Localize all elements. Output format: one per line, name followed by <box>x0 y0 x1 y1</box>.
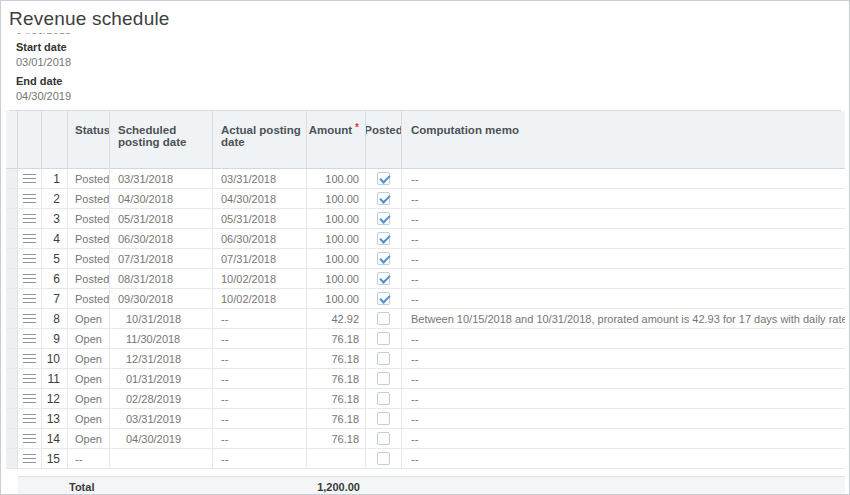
drag-grip-icon <box>23 314 36 323</box>
drag-grip-icon <box>23 234 36 243</box>
drag-handle[interactable] <box>18 409 42 428</box>
status-cell: Open <box>68 329 110 348</box>
status-cell: -- <box>68 449 110 468</box>
scheduled-date-cell[interactable]: 03/31/2019 <box>110 409 213 428</box>
table-row: 1 Posted 03/31/2018 03/31/2018 100.00 -- <box>6 169 845 189</box>
amount-cell[interactable]: 100.00 <box>307 289 366 308</box>
drag-grip-icon <box>23 334 36 343</box>
table-row: 9 Open 11/30/2018 -- 76.18 -- <box>6 329 845 349</box>
table-row: 3 Posted 05/31/2018 05/31/2018 100.00 -- <box>6 209 845 229</box>
drag-handle[interactable] <box>18 309 42 328</box>
row-number: 7 <box>42 289 68 308</box>
posted-cell <box>366 289 402 308</box>
drag-handle[interactable] <box>18 349 42 368</box>
amount-cell[interactable] <box>307 449 366 468</box>
scheduled-date-cell[interactable]: 09/30/2018 <box>110 289 213 308</box>
drag-handle[interactable] <box>18 269 42 288</box>
amount-cell[interactable]: 42.92 <box>307 309 366 328</box>
table-row: 2 Posted 04/30/2018 04/30/2018 100.00 -- <box>6 189 845 209</box>
posted-checkbox[interactable] <box>377 172 390 185</box>
drag-handle[interactable] <box>18 189 42 208</box>
computation-memo-cell: -- <box>402 389 845 408</box>
amount-cell[interactable]: 100.00 <box>307 229 366 248</box>
table-row: 14 Open 04/30/2019 -- 76.18 -- <box>6 429 845 449</box>
actual-date-cell: 06/30/2018 <box>213 229 307 248</box>
amount-cell[interactable]: 100.00 <box>307 209 366 228</box>
amount-cell[interactable]: 76.18 <box>307 409 366 428</box>
scheduled-date-cell[interactable]: 07/31/2018 <box>110 249 213 268</box>
posted-checkbox[interactable] <box>377 392 390 405</box>
start-date-label: Start date <box>16 41 841 53</box>
drag-handle[interactable] <box>18 429 42 448</box>
table-row: 6 Posted 08/31/2018 10/02/2018 100.00 -- <box>6 269 845 289</box>
posted-checkbox[interactable] <box>377 272 390 285</box>
posted-checkbox[interactable] <box>377 352 390 365</box>
end-date-label: End date <box>16 75 841 87</box>
table-row: 5 Posted 07/31/2018 07/31/2018 100.00 -- <box>6 249 845 269</box>
drag-handle[interactable] <box>18 249 42 268</box>
page-title: Revenue schedule <box>9 7 841 31</box>
amount-cell[interactable]: 100.00 <box>307 169 366 188</box>
drag-handle[interactable] <box>18 329 42 348</box>
drag-grip-icon <box>23 274 36 283</box>
drag-grip-icon <box>23 354 36 363</box>
amount-cell[interactable]: 76.18 <box>307 389 366 408</box>
drag-grip-icon <box>23 214 36 223</box>
scheduled-date-cell[interactable]: 11/30/2018 <box>110 329 213 348</box>
scheduled-date-cell[interactable]: 08/31/2018 <box>110 269 213 288</box>
scheduled-date-cell[interactable]: 01/31/2019 <box>110 369 213 388</box>
posted-checkbox[interactable] <box>377 252 390 265</box>
posted-checkbox[interactable] <box>377 432 390 445</box>
amount-cell[interactable]: 100.00 <box>307 269 366 288</box>
drag-handle[interactable] <box>18 369 42 388</box>
table-body: 1 Posted 03/31/2018 03/31/2018 100.00 --… <box>6 169 845 469</box>
row-gutter-cell <box>6 329 18 348</box>
posted-checkbox[interactable] <box>377 332 390 345</box>
posted-checkbox[interactable] <box>377 312 390 325</box>
posted-checkbox[interactable] <box>377 192 390 205</box>
drag-handle[interactable] <box>18 389 42 408</box>
posted-checkbox[interactable] <box>377 232 390 245</box>
row-number: 1 <box>42 169 68 188</box>
scheduled-date-cell[interactable]: 04/30/2019 <box>110 429 213 448</box>
amount-cell[interactable]: 76.18 <box>307 329 366 348</box>
total-label: Total <box>69 481 94 493</box>
row-number: 6 <box>42 269 68 288</box>
table-row: 7 Posted 09/30/2018 10/02/2018 100.00 -- <box>6 289 845 309</box>
table-header-row: Status Scheduled posting date Actual pos… <box>6 111 845 169</box>
drag-grip-icon <box>23 194 36 203</box>
revenue-schedule-table: Status Scheduled posting date Actual pos… <box>6 111 845 469</box>
posted-cell <box>366 169 402 188</box>
scheduled-date-cell[interactable]: 06/30/2018 <box>110 229 213 248</box>
header-section: Revenue schedule 04/30/2018 Start date 0… <box>1 1 849 111</box>
amount-cell[interactable]: 76.18 <box>307 369 366 388</box>
posted-checkbox[interactable] <box>377 412 390 425</box>
amount-cell[interactable]: 100.00 <box>307 189 366 208</box>
scheduled-date-cell[interactable] <box>110 449 213 468</box>
posted-cell <box>366 409 402 428</box>
row-gutter-cell <box>6 189 18 208</box>
amount-cell[interactable]: 76.18 <box>307 349 366 368</box>
scheduled-date-cell[interactable]: 10/31/2018 <box>110 309 213 328</box>
scheduled-date-cell[interactable]: 03/31/2018 <box>110 169 213 188</box>
row-number: 13 <box>42 409 68 428</box>
drag-handle[interactable] <box>18 169 42 188</box>
posted-checkbox[interactable] <box>377 292 390 305</box>
posted-checkbox[interactable] <box>377 212 390 225</box>
drag-handle[interactable] <box>18 229 42 248</box>
drag-handle[interactable] <box>18 209 42 228</box>
end-date-field: End date 04/30/2019 <box>16 75 841 102</box>
drag-handle[interactable] <box>18 449 42 468</box>
posted-checkbox[interactable] <box>377 372 390 385</box>
amount-cell[interactable]: 76.18 <box>307 429 366 448</box>
status-cell: Open <box>68 309 110 328</box>
amount-cell[interactable]: 100.00 <box>307 249 366 268</box>
scheduled-date-cell[interactable]: 04/30/2018 <box>110 189 213 208</box>
posted-checkbox[interactable] <box>377 452 390 465</box>
scheduled-date-cell[interactable]: 12/31/2018 <box>110 349 213 368</box>
drag-handle[interactable] <box>18 289 42 308</box>
computation-memo-header: Computation memo <box>402 111 845 168</box>
scheduled-date-cell[interactable]: 02/28/2019 <box>110 389 213 408</box>
computation-memo-cell: -- <box>402 249 845 268</box>
scheduled-date-cell[interactable]: 05/31/2018 <box>110 209 213 228</box>
